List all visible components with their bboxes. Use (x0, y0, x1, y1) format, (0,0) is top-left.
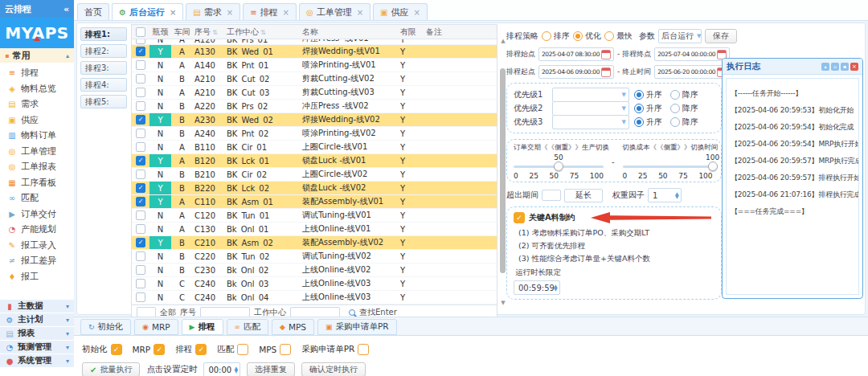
save-button[interactable]: 保存 (705, 29, 737, 43)
tab-close-icon[interactable]: × (170, 8, 176, 17)
step-check-schedule[interactable]: 排程✓ (175, 344, 207, 355)
asc-radio[interactable]: 升序 (634, 116, 662, 128)
scrollbar-thumb[interactable] (500, 68, 506, 273)
sidebar-item-material-overview[interactable]: ◈物料总览 (0, 81, 74, 97)
table-row[interactable]: NAA210BK_Cut_03剪裁Cutting-线V03Y (132, 86, 497, 100)
bottom-tab-mrp[interactable]: ◉MRP (134, 319, 178, 335)
row-checkbox[interactable] (136, 142, 145, 152)
slider-thumb[interactable] (708, 161, 718, 171)
table-row[interactable]: ✓YAA130BK_Wed_01焊接Wedding-线V01Y (132, 45, 497, 59)
sidebar-item-work-report[interactable]: ♦报工 (0, 269, 74, 285)
sidebar-item-schedule[interactable]: ≡排程 (0, 65, 74, 81)
tab-supply[interactable]: ▣供应× (373, 3, 428, 20)
table-row[interactable]: NBC220BK_Tun_02调试Tuning-线V02Y (132, 250, 497, 264)
checkbox-icon[interactable] (358, 344, 369, 355)
close-icon[interactable]: × (850, 63, 858, 71)
sidebar-item-work-report-entry[interactable]: ✎报工录入 (0, 238, 74, 254)
step-check-pr[interactable]: 采购申请单PR (301, 344, 369, 355)
tab-schedule[interactable]: ≡排程× (243, 3, 297, 20)
weight-slider[interactable]: 切换成本《《侧重》》切换时间1000255075100 (623, 143, 713, 180)
schedule-start-input[interactable]: 2025-04-07 08:30:00 (538, 47, 614, 61)
row-checkbox[interactable] (136, 279, 145, 288)
strategy-radio[interactable]: 最快 (604, 31, 633, 42)
calendar-icon[interactable] (601, 50, 611, 59)
spinner-arrows-icon[interactable]: ▲▼ (234, 366, 238, 374)
row-checkbox[interactable]: ✓ (136, 238, 145, 247)
sidebar-section-master-data[interactable]: ▮主数据▾ (0, 300, 74, 313)
schedule-item[interactable]: 排程2: (80, 44, 127, 58)
sidebar-item-capacity-planning[interactable]: ◔产能规划 (0, 222, 74, 238)
restore-icon[interactable]: ▪ (841, 63, 849, 71)
asc-radio[interactable]: 升序 (634, 89, 662, 100)
table-row[interactable]: NAA140BK_Pnt_01喷涂Printing-线V01Y (132, 59, 497, 72)
tab-background-run[interactable]: ⚙后台运行× (112, 3, 183, 20)
desc-radio[interactable]: 降序 (670, 103, 698, 114)
runtime-input[interactable]: 00:59:59 ▲▼ (514, 280, 560, 295)
bottom-tab-init[interactable]: ↻初始化 (80, 319, 131, 335)
step-check-match[interactable]: 匹配 (217, 344, 248, 355)
tab-close-icon[interactable]: × (227, 8, 233, 17)
tab-demand[interactable]: ▤需求× (186, 3, 240, 20)
row-checkbox[interactable]: ✓ (136, 197, 145, 206)
row-checkbox[interactable]: ✓ (136, 156, 145, 166)
priority-select[interactable]: ▼ (552, 115, 629, 129)
sidebar-collapse-icon[interactable]: « (63, 4, 69, 14)
sidebar-item-order-delivery[interactable]: ▶订单交付 (0, 206, 74, 223)
row-checkbox[interactable] (136, 60, 145, 70)
tab-close-icon[interactable]: × (414, 8, 420, 17)
batch-execute-button[interactable]: ✔ 批量执行 (82, 362, 140, 376)
table-row[interactable]: NAA120BK_Prs_01冲压Press -线V01Y (132, 39, 497, 45)
calendar-icon[interactable] (601, 67, 611, 77)
schedule-end-input[interactable]: 2025-07-04 00:00:00 (654, 47, 730, 61)
row-checkbox[interactable]: ✓ (136, 47, 145, 56)
priority-select[interactable]: ▼ (552, 101, 629, 116)
sidebar-section-common[interactable]: ▪ 常用 ▴ (0, 48, 74, 63)
row-checkbox[interactable] (136, 74, 145, 84)
collapse-icon[interactable]: ▴ (821, 63, 829, 71)
row-checkbox[interactable] (136, 88, 145, 97)
row-checkbox[interactable] (136, 224, 145, 234)
table-row[interactable]: ✓YBB220BK_Lck_02锁盘Luck -线V02Y (132, 182, 497, 195)
table-row[interactable]: ✓YAB120BK_Lck_01锁盘Luck -线V01Y (132, 154, 497, 168)
weight-slider[interactable]: 订单交期《《侧重》》生产切换500255075100 (514, 143, 604, 180)
table-row[interactable]: NBA240BK_Pnt_02喷涂Printing-线V02Y (132, 127, 497, 141)
sidebar-item-process-board[interactable]: ▦工序看板 (0, 175, 74, 191)
schedule-item[interactable]: 排程5: (80, 95, 127, 108)
table-row[interactable]: NAC120BK_Tun_01调试Tuning-线V01Y (132, 209, 497, 223)
row-checkbox[interactable] (136, 101, 145, 111)
col-workcenter[interactable]: 工作中心⇅ (225, 27, 301, 38)
select-all-checkbox[interactable] (136, 27, 145, 37)
stop-time-input[interactable]: 2025-06-20 00:00:00 (654, 65, 730, 79)
schedule-item[interactable]: 排程1: (80, 27, 127, 41)
bottom-tab-schedule[interactable]: ▶排程 (182, 319, 223, 335)
sidebar-item-workorder-mgmt[interactable]: ◎工单管理 (0, 144, 74, 160)
repeat-button[interactable]: 选择重复 (247, 362, 295, 376)
row-checkbox[interactable] (136, 251, 145, 261)
bottom-tab-pr[interactable]: ▣采购申请单PR (317, 319, 397, 335)
sidebar-item-workorder-report[interactable]: ◎工单报表 (0, 159, 74, 175)
param-select[interactable]: 后台运行 ▼ (658, 29, 702, 43)
tab-workorder-mgmt[interactable]: ◎工单管理× (299, 3, 371, 20)
schedule-item[interactable]: 排程3: (80, 61, 127, 75)
table-row[interactable]: NBB210BK_Cir_02上圈Circle-线V02Y (132, 168, 497, 182)
checkbox-icon[interactable] (237, 344, 248, 355)
sidebar-item-material-order[interactable]: ▥物料订单 (0, 128, 74, 144)
bottom-tab-match[interactable]: ∞匹配 (227, 319, 269, 335)
bottom-tab-mps[interactable]: ◆MPS (272, 319, 314, 335)
key-a-checkbox[interactable]: ✓ (514, 212, 525, 223)
step-check-mrp[interactable]: MRP✓ (133, 344, 166, 355)
step-check-init[interactable]: 初始化✓ (82, 344, 122, 355)
origin-start-input[interactable]: 2025-04-06 09:00:00 (538, 65, 614, 79)
priority-select[interactable]: ▼ (552, 88, 629, 102)
table-row[interactable]: ✓YBC210BK_Asm_02装配Assembly-线V02Y (132, 236, 497, 250)
tab-home[interactable]: 首页 (77, 3, 109, 20)
table-row[interactable]: NBA210BK_Cut_02剪裁Cutting-线V02Y (132, 72, 497, 86)
strategy-radio[interactable]: 排序 (542, 31, 570, 42)
checkbox-icon[interactable]: ✓ (195, 344, 207, 355)
row-checkbox[interactable] (136, 129, 145, 138)
sidebar-section-reports[interactable]: ▤报表▾ (0, 327, 74, 340)
table-row[interactable]: NCC240Bk_Onl_03上线Online-线V03Y (132, 277, 497, 291)
table-row[interactable]: NBC230Bk_Onl_02上线Online-线V02Y (132, 264, 497, 277)
desc-radio[interactable]: 降序 (670, 116, 698, 128)
spinner-arrows-icon[interactable]: ▲▼ (554, 284, 558, 292)
